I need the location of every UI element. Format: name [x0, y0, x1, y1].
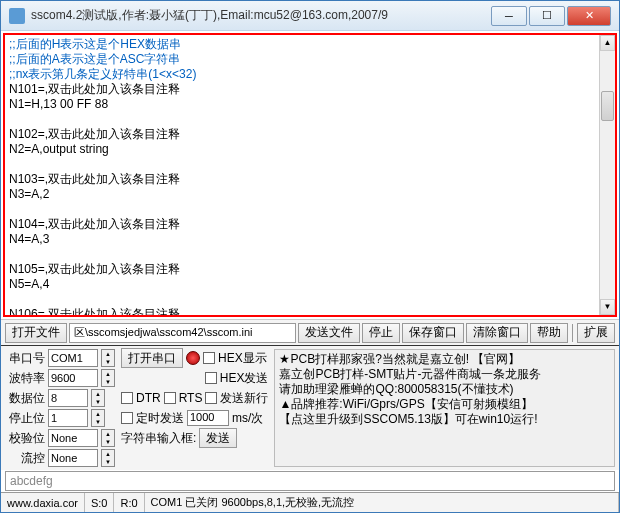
file-path-input[interactable]: 区\sscomsjedjwa\sscom42\sscom.ini	[69, 323, 296, 343]
info-panel: ★PCB打样那家强?当然就是嘉立创! 【官网】 嘉立创PCB打样-SMT贴片-元…	[274, 349, 615, 467]
minimize-button[interactable]: ─	[491, 6, 527, 26]
output-area: ;;后面的H表示这是个HEX数据串 ;;后面的A表示这是个ASC字符串 ;;nx…	[3, 33, 617, 317]
clear-window-button[interactable]: 清除窗口	[466, 323, 528, 343]
toolbar: 打开文件 区\sscomsjedjwa\sscom42\sscom.ini 发送…	[1, 319, 619, 345]
newline-label: 发送新行	[220, 390, 268, 407]
status-url[interactable]: www.daxia.cor	[1, 493, 85, 512]
info-line[interactable]: ▲品牌推荐:WiFi/Gprs/GPS【安信可射频模组】	[279, 397, 610, 412]
open-file-button[interactable]: 打开文件	[5, 323, 67, 343]
statusbar: www.daxia.cor S:0 R:0 COM1 已关闭 9600bps,8…	[1, 492, 619, 512]
parity-select[interactable]: None	[48, 429, 98, 447]
output-text[interactable]: ;;后面的H表示这是个HEX数据串 ;;后面的A表示这是个ASC字符串 ;;nx…	[5, 35, 599, 315]
scroll-thumb[interactable]	[601, 91, 614, 121]
hex-send-checkbox[interactable]	[205, 372, 217, 384]
stopbits-spin[interactable]: ▲▼	[91, 409, 105, 427]
port-settings: 串口号COM1▲▼ 波特率9600▲▼ 数据位8▲▼ 停止位1▲▼ 校验位Non…	[5, 349, 115, 467]
info-line: 请加助理梁雁蝉的QQ:800058315(不懂技术)	[279, 382, 610, 397]
titlebar: sscom4.2测试版,作者:聂小猛(丁丁),Email:mcu52@163.c…	[1, 1, 619, 31]
databits-label: 数据位	[5, 390, 45, 407]
app-icon	[9, 8, 25, 24]
status-sent: S:0	[85, 493, 115, 512]
maximize-button[interactable]: ☐	[529, 6, 565, 26]
flowctrl-label: 流控	[5, 450, 45, 467]
expand-button[interactable]: 扩展	[577, 323, 615, 343]
hex-display-checkbox[interactable]	[203, 352, 215, 364]
window-title: sscom4.2测试版,作者:聂小猛(丁丁),Email:mcu52@163.c…	[31, 7, 491, 24]
databits-spin[interactable]: ▲▼	[91, 389, 105, 407]
newline-checkbox[interactable]	[205, 392, 217, 404]
open-port-button[interactable]: 打开串口	[121, 348, 183, 368]
info-line[interactable]: ★PCB打样那家强?当然就是嘉立创! 【官网】	[279, 352, 610, 367]
info-line: 嘉立创PCB打样-SMT贴片-元器件商城一条龙服务	[279, 367, 610, 382]
scroll-down-icon[interactable]: ▼	[600, 299, 615, 315]
send-settings: 打开串口 HEX显示 HEX发送 DTR RTS 发送新行 定时发送 1000 …	[121, 349, 268, 467]
ms-label: ms/次	[232, 410, 263, 427]
baud-spin[interactable]: ▲▼	[101, 369, 115, 387]
scroll-track[interactable]	[600, 51, 615, 299]
string-input-row: abcdefg	[5, 471, 615, 491]
app-window: sscom4.2测试版,作者:聂小猛(丁丁),Email:mcu52@163.c…	[0, 0, 620, 513]
hex-display-label: HEX显示	[218, 350, 267, 367]
divider	[572, 324, 573, 342]
send-button[interactable]: 发送	[199, 428, 237, 448]
databits-select[interactable]: 8	[48, 389, 88, 407]
timed-send-checkbox[interactable]	[121, 412, 133, 424]
parity-spin[interactable]: ▲▼	[101, 429, 115, 447]
flowctrl-spin[interactable]: ▲▼	[101, 449, 115, 467]
interval-input[interactable]: 1000	[187, 410, 229, 426]
flowctrl-select[interactable]: None	[48, 449, 98, 467]
timed-send-label: 定时发送	[136, 410, 184, 427]
string-input[interactable]: abcdefg	[10, 474, 610, 488]
port-spin[interactable]: ▲▼	[101, 349, 115, 367]
input-label: 字符串输入框:	[121, 430, 196, 447]
status-received: R:0	[114, 493, 144, 512]
port-label: 串口号	[5, 350, 45, 367]
close-button[interactable]: ✕	[567, 6, 611, 26]
scroll-up-icon[interactable]: ▲	[600, 35, 615, 51]
rts-label: RTS	[179, 391, 203, 405]
dtr-checkbox[interactable]	[121, 392, 133, 404]
baud-label: 波特率	[5, 370, 45, 387]
help-button[interactable]: 帮助	[530, 323, 568, 343]
stopbits-label: 停止位	[5, 410, 45, 427]
info-line[interactable]: 【点这里升级到SSCOM5.13版】可在win10运行!	[279, 412, 610, 427]
hex-send-label: HEX发送	[220, 370, 269, 387]
port-select[interactable]: COM1	[48, 349, 98, 367]
rts-checkbox[interactable]	[164, 392, 176, 404]
stop-button[interactable]: 停止	[362, 323, 400, 343]
send-file-button[interactable]: 发送文件	[298, 323, 360, 343]
control-panel: 串口号COM1▲▼ 波特率9600▲▼ 数据位8▲▼ 停止位1▲▼ 校验位Non…	[1, 345, 619, 470]
vertical-scrollbar[interactable]: ▲ ▼	[599, 35, 615, 315]
status-port: COM1 已关闭 9600bps,8,1,无校验,无流控	[145, 493, 619, 512]
record-icon[interactable]	[186, 351, 200, 365]
dtr-label: DTR	[136, 391, 161, 405]
baud-select[interactable]: 9600	[48, 369, 98, 387]
save-window-button[interactable]: 保存窗口	[402, 323, 464, 343]
stopbits-select[interactable]: 1	[48, 409, 88, 427]
parity-label: 校验位	[5, 430, 45, 447]
